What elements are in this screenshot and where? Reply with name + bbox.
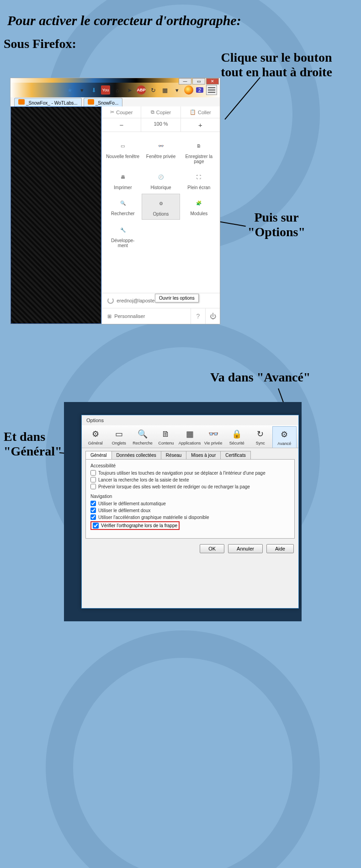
paste-button[interactable]: 📋Coller <box>181 106 220 118</box>
menu-developer[interactable]: 🔧Développe- ment <box>104 221 142 251</box>
zoom-in-button[interactable]: + <box>181 118 220 132</box>
youtube-icon[interactable]: You <box>101 85 110 95</box>
chk-smooth-scroll[interactable]: Utiliser le défilement doux <box>90 508 290 513</box>
group-navigation: Navigation <box>90 494 290 499</box>
notif-badge[interactable]: 2 <box>196 87 203 93</box>
options-window: Options ⚙Général ▭Onglets 🔍Recherche 🗎Co… <box>81 415 299 609</box>
hamburger-menu-button[interactable] <box>206 85 217 95</box>
subtab-general[interactable]: Général <box>85 451 112 459</box>
power-button[interactable]: ⏻ <box>205 308 220 324</box>
tab-recherche[interactable]: 🔍Recherche <box>131 426 154 448</box>
tab-contenu[interactable]: 🗎Contenu <box>154 426 178 448</box>
subtab-certs[interactable]: Certificats <box>220 451 250 459</box>
chk-autoscroll[interactable]: Utiliser le défilement automatique <box>90 501 290 506</box>
tab-security[interactable]: 🔒Sécurité <box>225 426 249 448</box>
tab-onglets[interactable]: ▭Onglets <box>107 426 131 448</box>
options-tooltip: Ouvrir les options <box>155 294 199 302</box>
menu-save-page[interactable]: 🗎Enregistrer la page <box>180 137 218 167</box>
subtab-updates[interactable]: Mises à jour <box>186 451 221 459</box>
tab-label: Avancé <box>277 441 291 446</box>
checkbox[interactable] <box>90 508 96 513</box>
home-icon[interactable]: ⌂ <box>113 85 122 95</box>
menu-new-window[interactable]: ▭Nouvelle fenêtre <box>104 137 142 167</box>
customize-button[interactable]: ⊞Personnaliser <box>102 309 191 323</box>
bookmark-icon[interactable]: ★ <box>65 85 74 95</box>
adblock-icon[interactable]: ABP <box>137 85 146 95</box>
subtab-network[interactable]: Réseau <box>161 451 186 459</box>
menu-search[interactable]: 🔍Rechercher <box>104 194 142 220</box>
tab-applications[interactable]: ▦Applications <box>178 426 202 448</box>
privacy-icon: 👓 <box>202 428 225 440</box>
zoom-level[interactable]: 100 % <box>141 118 180 132</box>
dropdown-icon[interactable]: ▾ <box>172 85 181 95</box>
checkbox-spellcheck[interactable] <box>93 523 99 529</box>
tab-general[interactable]: ⚙Général <box>84 426 107 448</box>
checkbox[interactable] <box>90 514 96 520</box>
checkbox[interactable] <box>90 484 96 489</box>
checkbox[interactable] <box>90 477 96 482</box>
chk-hw-accel[interactable]: Utiliser l'accélération graphique matéri… <box>90 514 290 520</box>
window-titlebar: — ▭ ✕ <box>11 78 220 83</box>
search-icon: 🔍 <box>105 196 141 209</box>
annot-general: Et dans "Général" <box>4 429 72 459</box>
tab-label: Onglets <box>112 441 126 445</box>
options-body: Accessibilité Toujours utiliser les touc… <box>85 459 295 539</box>
customize-label: Personnaliser <box>114 313 145 319</box>
firefox-window: — ▭ ✕ ★ ▾ ⬇ You ⌂ ➤ ABP ↻ ▦ ▾ 2 _SnowFox… <box>10 78 220 324</box>
checkbox[interactable] <box>90 470 96 476</box>
options-window-title: Options <box>82 415 298 425</box>
refresh-icon[interactable]: ↻ <box>149 85 158 95</box>
wrench-icon: 🔧 <box>105 223 141 236</box>
tab-favicon-icon <box>18 99 25 105</box>
watermark <box>46 630 320 868</box>
menu-modules[interactable]: 🧩Modules <box>180 194 218 220</box>
maximize-button[interactable]: ▭ <box>192 78 205 85</box>
cut-button[interactable]: ✂Couper <box>102 106 141 118</box>
tab-privacy[interactable]: 👓Vie privée <box>202 426 225 448</box>
paste-label: Coller <box>198 110 211 115</box>
browser-tab[interactable]: _SnowFo... <box>84 98 123 106</box>
window-icon: ▭ <box>105 139 141 152</box>
ok-button[interactable]: OK <box>200 544 224 553</box>
cut-label: Couper <box>116 110 133 115</box>
checkbox[interactable] <box>90 501 96 506</box>
annot-advanced: Va dans "Avancé" <box>210 370 310 385</box>
chk-warn-redirect[interactable]: Prévenir lorsque des sites web tentent d… <box>90 484 290 489</box>
tab-label: Général <box>88 441 103 445</box>
cancel-button[interactable]: Annuler <box>228 544 263 553</box>
send-icon[interactable]: ➤ <box>125 85 134 95</box>
close-button[interactable]: ✕ <box>206 78 219 85</box>
menu-grid: ▭Nouvelle fenêtre 👓Fenêtre privée 🗎Enreg… <box>102 132 220 254</box>
menu-fullscreen[interactable]: ⛶Plein écran <box>180 168 218 193</box>
menu-item-label: Fenêtre privée <box>143 154 179 159</box>
chk-search-typing[interactable]: Lancer la recherche lors de la saisie de… <box>90 477 290 482</box>
firefox-menu-panel: ✂Couper ⧉Copier 📋Coller − 100 % + ▭Nouve… <box>101 106 220 324</box>
download-icon[interactable]: ⬇ <box>89 85 98 95</box>
bookmarks-menu-icon[interactable]: ▾ <box>77 85 86 95</box>
tab-sync[interactable]: ↻Sync <box>249 426 272 448</box>
zoom-out-button[interactable]: − <box>102 118 141 132</box>
group-accessibility: Accessibilité <box>90 463 290 468</box>
chk-nav-keys[interactable]: Toujours utiliser les touches de navigat… <box>90 470 290 476</box>
subtab-data[interactable]: Données collectées <box>111 451 161 459</box>
menu-options[interactable]: ⚙Options <box>142 194 180 220</box>
menu-private-window[interactable]: 👓Fenêtre privée <box>142 137 180 167</box>
page-icon: 🗎 <box>181 139 217 152</box>
print-icon: 🖶 <box>105 170 141 183</box>
browser-toolbar: ★ ▾ ⬇ You ⌂ ➤ ABP ↻ ▦ ▾ 2 <box>11 83 220 97</box>
minimize-button[interactable]: — <box>179 78 191 85</box>
content-icon: 🗎 <box>155 428 178 440</box>
title: Pour activer le correcteur d'orthographe… <box>7 13 241 29</box>
tabs-icon: ▭ <box>108 428 131 440</box>
firefox-logo-icon[interactable] <box>184 85 193 95</box>
browser-tab[interactable]: _SnowFox_ - WoTLabs... <box>14 98 82 106</box>
copy-label: Copier <box>156 110 171 115</box>
tab-advanced[interactable]: ⚙Avancé <box>272 426 297 448</box>
menu-history[interactable]: 🕘Historique <box>142 168 180 193</box>
help-button[interactable]: Aide <box>266 544 294 553</box>
grid-icon[interactable]: ▦ <box>160 85 170 95</box>
help-button[interactable]: ? <box>191 308 205 324</box>
arrow <box>224 77 260 120</box>
copy-button[interactable]: ⧉Copier <box>141 106 180 118</box>
menu-print[interactable]: 🖶Imprimer <box>104 168 142 193</box>
